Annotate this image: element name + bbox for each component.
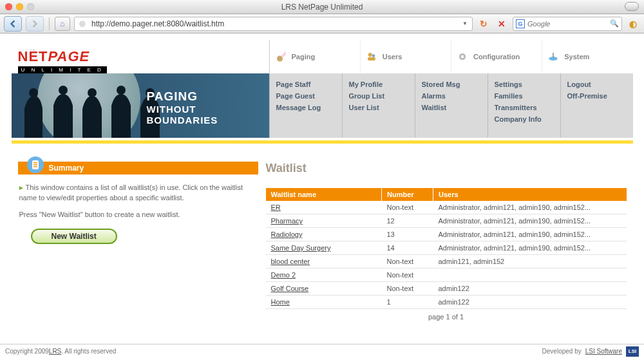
col-users: Users [433,188,627,201]
footer-lsi-link[interactable]: LSI Software [585,348,622,355]
brand-logo: NETPAGE U N L I M I T E D [12,40,269,73]
svg-point-10 [88,88,97,97]
svg-point-11 [117,86,126,95]
col-waitlist-name: Waitlist name [266,188,382,201]
waitlist-name-link[interactable]: Home [271,298,290,306]
nav-label: System [564,53,589,61]
col-number: Number [382,188,433,201]
table-row: Same Day Surgery14Administrator, admin12… [266,241,627,255]
sub-nav: Page Staff Page Guest Message Log My Pro… [269,73,633,138]
subnav-my-profile[interactable]: My Profile [349,79,415,90]
page-title: Waitlist [266,162,627,175]
home-button[interactable]: ⌂ [55,17,70,31]
waitlist-number: 1 [382,296,433,309]
subnav-user-list[interactable]: User List [349,102,415,113]
svg-point-8 [29,88,38,97]
waitlist-number: 14 [382,241,433,255]
svg-rect-3 [368,57,375,61]
hero-banner: PAGING WITHOUT BOUNDARIES [12,73,269,138]
waitlist-name-link[interactable]: Radiology [271,231,303,238]
nav-paging[interactable]: Paging [270,40,361,73]
subnav-off-premise[interactable]: Off-Premise [567,90,633,102]
subnav-group-list[interactable]: Group List [349,90,415,102]
subnav-transmitters[interactable]: Transmitters [495,102,560,113]
summary-heading: Summary [18,162,258,174]
logo-subtext: U N L I M I T E D [18,66,107,73]
table-row: Golf CourseNon-textadmin122 [266,282,627,296]
table-pager: page 1 of 1 [266,309,627,325]
waitlist-number: Non-text [382,268,433,282]
new-waitlist-button[interactable]: New Waitlist [31,229,117,244]
waitlist-number: 13 [382,228,433,241]
url-input[interactable] [91,19,457,28]
waitlist-users: admin122 [433,282,627,296]
nav-label: Users [383,53,402,61]
nav-users[interactable]: Users [361,40,451,73]
copyright-pre: Copyright 2009 [5,348,49,355]
nav-configuration[interactable]: Configuration [451,40,542,73]
browser-toolbar: ⌂ ◎ ▼ ↻ ✕ G 🔍 ◐ [0,14,644,33]
subnav-message-log[interactable]: Message Log [276,102,342,113]
subnav-page-staff[interactable]: Page Staff [276,79,342,90]
table-row: ERNon-textAdministrator, admin121, admin… [266,201,627,214]
stop-button[interactable]: ✕ [495,17,509,31]
table-row: Radiology13Administrator, admin121, admi… [266,228,627,241]
waitlist-number: Non-text [382,201,433,214]
waitlist-name-link[interactable]: Demo 2 [271,271,296,279]
subnav-families[interactable]: Families [495,90,560,102]
waitlist-name-link[interactable]: blood center [271,258,310,265]
bullet-icon: ▸ [19,184,23,191]
browser-menu-icon[interactable]: ◐ [626,17,640,31]
toolbar-separator [49,17,50,30]
window-titlebar: LRS NetPage Unlimited [0,0,644,14]
url-bar[interactable]: ◎ ▼ [74,17,473,31]
table-row: Demo 2Non-text [266,268,627,282]
svg-rect-15 [33,162,37,164]
subnav-stored-msg[interactable]: Stored Msg [422,79,488,90]
table-row: blood centerNon-textadmin121, admin152 [266,255,627,268]
google-icon: G [516,19,525,28]
waitlist-name-link[interactable]: Same Day Surgery [271,244,331,252]
waitlist-users: Administrator, admin121, admin190, admin… [433,228,627,241]
subnav-waitlist[interactable]: Waitlist [422,102,488,113]
waitlist-users: Administrator, admin121, admin190, admin… [433,241,627,255]
summary-icon [24,154,46,176]
subnav-company-info[interactable]: Company Info [495,113,560,125]
search-input[interactable] [527,20,607,28]
back-button[interactable] [4,16,22,32]
nav-label: Paging [292,53,316,61]
window-pill-button[interactable] [625,2,639,11]
waitlist-name-link[interactable]: Pharmacy [271,217,303,225]
search-bar[interactable]: G 🔍 [513,17,622,31]
svg-point-1 [368,53,372,57]
nav-system[interactable]: System [542,40,632,73]
refresh-button[interactable]: ↻ [477,17,491,31]
waitlist-name-link[interactable]: ER [271,203,281,211]
svg-rect-7 [553,53,554,58]
page-favicon-icon: ◎ [77,19,88,29]
svg-point-5 [461,55,464,59]
waitlist-users: Administrator, admin121, admin190, admin… [433,214,627,228]
waitlist-name-link[interactable]: Golf Course [271,285,309,292]
footer-lrs-link[interactable]: LRS [49,348,61,355]
table-row: Home1admin122 [266,296,627,309]
subnav-logout[interactable]: Logout [567,79,633,90]
copyright-post: . All rights reserved [61,348,116,355]
dev-pre: Developed by [542,348,582,355]
forward-button[interactable] [26,16,44,32]
slogan-line2: WITHOUT BOUNDARIES [147,104,269,126]
subnav-alarms[interactable]: Alarms [422,90,488,102]
search-go-icon[interactable]: 🔍 [610,19,619,28]
users-icon [365,51,379,62]
system-icon [546,51,560,62]
subnav-settings[interactable]: Settings [495,79,560,90]
subnav-page-guest[interactable]: Page Guest [276,90,342,102]
window-title: LRS NetPage Unlimited [0,3,644,12]
table-row: Pharmacy12Administrator, admin121, admin… [266,214,627,228]
gear-icon [455,51,469,62]
waitlist-table: Waitlist name Number Users ERNon-textAdm… [266,188,627,309]
url-dropdown-icon[interactable]: ▼ [460,21,469,26]
waitlist-users: admin121, admin152 [433,255,627,268]
waitlist-number: 12 [382,214,433,228]
svg-point-2 [372,54,375,57]
